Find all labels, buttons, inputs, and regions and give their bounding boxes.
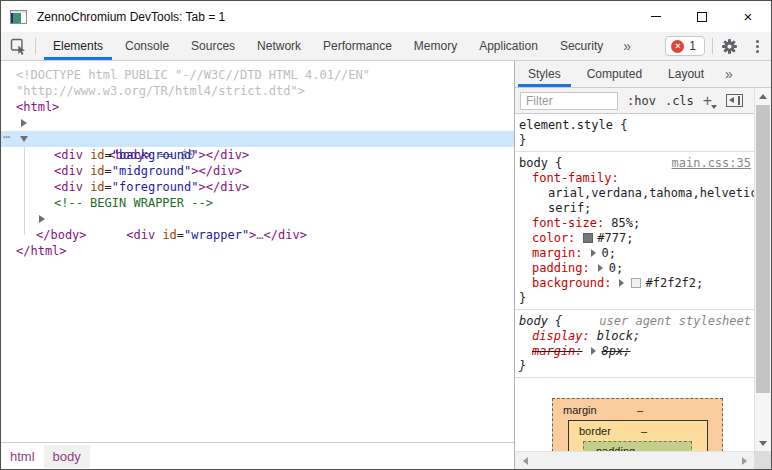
- tab-performance[interactable]: Performance: [312, 32, 403, 60]
- background-color-swatch[interactable]: [631, 278, 641, 288]
- expand-shorthand-icon[interactable]: [619, 279, 624, 287]
- collapse-arrow-icon[interactable]: [20, 136, 28, 142]
- rule-selector[interactable]: body {: [519, 314, 562, 329]
- rule-selector[interactable]: body {: [519, 156, 562, 171]
- scroll-right-button[interactable]: [736, 452, 752, 469]
- color-swatch[interactable]: [583, 233, 593, 243]
- expand-arrow-icon[interactable]: [21, 119, 27, 127]
- app-window-icon: [10, 10, 27, 24]
- arrow-left-icon: [523, 457, 528, 465]
- scrollbar-corner: [754, 451, 771, 469]
- tab-elements[interactable]: Elements: [42, 32, 114, 60]
- toolbar-right-group: × 1: [665, 32, 771, 60]
- tab-memory[interactable]: Memory: [403, 32, 468, 60]
- computed-sidebar-toggle-icon[interactable]: [726, 94, 743, 107]
- tab-layout[interactable]: Layout: [655, 61, 717, 87]
- more-tabs-button[interactable]: »: [614, 32, 640, 60]
- minimize-button[interactable]: [633, 1, 679, 32]
- declaration-font-size[interactable]: font-size:85%;: [515, 216, 754, 231]
- devtools-toolbar: Elements Console Sources Network Perform…: [1, 32, 771, 61]
- tab-security[interactable]: Security: [549, 32, 614, 60]
- breadcrumb-html[interactable]: html: [1, 445, 44, 468]
- stylesheet-source-link[interactable]: main.css:35: [672, 156, 751, 171]
- expand-shorthand-icon[interactable]: [591, 249, 596, 257]
- scroll-down-button[interactable]: [755, 435, 771, 451]
- tab-computed[interactable]: Computed: [574, 61, 655, 87]
- sidebar-tabs: Styles Computed Layout »: [515, 61, 771, 88]
- element-style-close-brace[interactable]: }: [515, 133, 754, 148]
- tree-row-div-foreground[interactable]: <div id="foreground"></div>: [1, 179, 514, 195]
- tab-sources[interactable]: Sources: [180, 32, 246, 60]
- font-family-value-line1[interactable]: arial,verdana,tahoma,helvetic: [515, 186, 754, 201]
- arrow-up-icon: [759, 94, 767, 99]
- tree-row-body-close[interactable]: </body>: [1, 227, 514, 243]
- border-label: border: [579, 425, 611, 437]
- declaration-padding[interactable]: padding:0;: [515, 261, 754, 276]
- tab-console[interactable]: Console: [114, 32, 180, 60]
- box-model-margin[interactable]: margin – border – padding –: [552, 398, 723, 451]
- style-rules-list: element.style { } body { main.css:35 fon…: [515, 114, 754, 451]
- more-actions-icon[interactable]: ⋯: [3, 129, 9, 145]
- breadcrumb: html body: [1, 442, 514, 469]
- tab-network[interactable]: Network: [246, 32, 312, 60]
- inspect-element-button[interactable]: [1, 32, 35, 60]
- horizontal-scrollbar[interactable]: [515, 451, 754, 469]
- margin-label: margin: [563, 404, 597, 416]
- tab-styles[interactable]: Styles: [515, 61, 574, 87]
- declaration-display[interactable]: display:block;: [515, 329, 754, 344]
- close-button[interactable]: ×: [725, 1, 771, 32]
- rule-body-user-agent: body { user agent stylesheet display:blo…: [515, 310, 754, 378]
- element-classes-toggle[interactable]: .cls: [665, 94, 694, 108]
- font-family-value-line2[interactable]: serif;: [515, 201, 754, 216]
- scroll-left-button[interactable]: [517, 452, 533, 469]
- breadcrumb-body[interactable]: body: [44, 445, 90, 468]
- tree-row-comment[interactable]: <!-- BEGIN WRAPPER -->: [1, 195, 514, 211]
- declaration-margin[interactable]: margin:0;: [515, 246, 754, 261]
- error-count: 1: [689, 39, 696, 53]
- declaration-font-family[interactable]: font-family:: [515, 171, 754, 186]
- more-sidebar-tabs-button[interactable]: »: [717, 61, 741, 87]
- window-title: ZennoChromium DevTools: Tab = 1: [37, 10, 225, 24]
- error-icon: ×: [671, 40, 684, 53]
- console-error-badge[interactable]: × 1: [665, 36, 705, 56]
- expand-arrow-icon[interactable]: [39, 215, 45, 223]
- menu-button[interactable]: [746, 40, 771, 53]
- rule-close-brace[interactable]: }: [515, 291, 754, 306]
- tree-row-html-close[interactable]: </html>: [1, 243, 514, 259]
- title-bar: ZennoChromium DevTools: Tab = 1 ×: [1, 1, 771, 32]
- pseudo-state-toggle[interactable]: :hov: [627, 94, 656, 108]
- new-style-rule-button[interactable]: +: [703, 95, 717, 107]
- dot-icon: [756, 50, 759, 53]
- tree-row-body-selected[interactable]: ⋯<body> == $0: [1, 131, 514, 147]
- rule-body-main-css: body { main.css:35 font-family: arial,ve…: [515, 152, 754, 310]
- box-model-border[interactable]: border – padding –: [568, 420, 708, 451]
- close-icon: ×: [744, 12, 753, 22]
- vertical-scrollbar[interactable]: [754, 88, 771, 451]
- scroll-up-button[interactable]: [755, 88, 771, 104]
- declaration-margin-overridden[interactable]: margin:8px;: [515, 344, 754, 359]
- tree-row-head[interactable]: <head>…</head>: [1, 115, 514, 131]
- maximize-button[interactable]: [679, 1, 725, 32]
- user-agent-stylesheet-label: user agent stylesheet: [599, 314, 751, 329]
- tree-row-html-open[interactable]: <html>: [1, 99, 514, 115]
- tree-row-div-background[interactable]: <div id="background"></div>: [1, 147, 514, 163]
- tree-row-doctype[interactable]: <!DOCTYPE html PUBLIC "-//W3C//DTD HTML …: [1, 67, 514, 83]
- rule-close-brace[interactable]: }: [515, 359, 754, 374]
- expand-shorthand-icon[interactable]: [591, 347, 596, 355]
- declaration-background[interactable]: background:#f2f2f2;: [515, 276, 754, 291]
- tab-application[interactable]: Application: [468, 32, 549, 60]
- element-style-selector[interactable]: element.style {: [515, 118, 754, 133]
- gear-icon: [721, 38, 738, 55]
- styles-filter-input[interactable]: [520, 92, 618, 110]
- elements-panel: <!DOCTYPE html PUBLIC "-//W3C//DTD HTML …: [1, 61, 515, 469]
- vertical-scrollbar-thumb[interactable]: [756, 105, 770, 393]
- box-model-padding[interactable]: padding –: [583, 441, 692, 451]
- settings-button[interactable]: [713, 38, 746, 55]
- margin-value: –: [637, 404, 643, 416]
- tree-row-div-midground[interactable]: <div id="midground"></div>: [1, 163, 514, 179]
- declaration-color[interactable]: color:#777;: [515, 231, 754, 246]
- tree-row-doctype-cont[interactable]: "http://www.w3.org/TR/html4/strict.dtd">: [1, 83, 514, 99]
- tree-row-div-wrapper[interactable]: <div id="wrapper">…</div>: [1, 211, 514, 227]
- expand-shorthand-icon[interactable]: [598, 264, 603, 272]
- styles-filter-toolbar: :hov .cls +: [515, 88, 754, 114]
